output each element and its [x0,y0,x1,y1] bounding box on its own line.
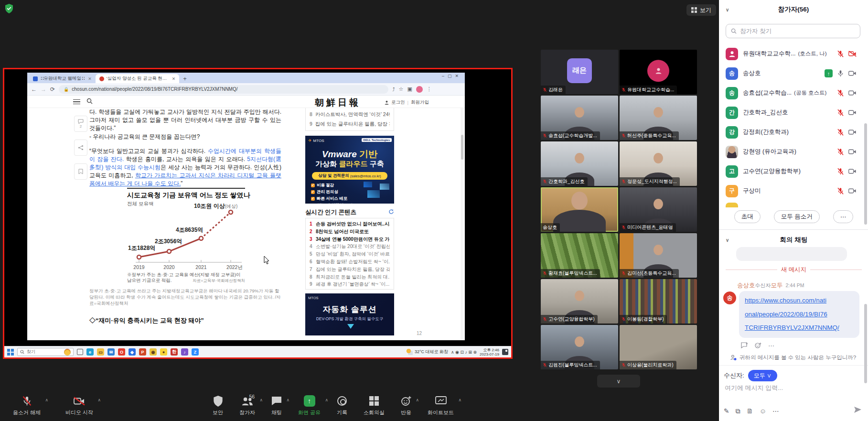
devops-ad-banner[interactable]: MTOS 자동화 솔루션 DEV-OPS 개발 환경 구축의 필수도구 [305,293,394,335]
chevron-up-icon[interactable]: ∧ [325,398,328,402]
browser-tab-article[interactable]: ‘실업자 양성소 된 공교육 현장… ✕ [96,74,180,83]
participant-row[interactable]: 구구상미 [719,181,862,201]
share-button[interactable] [74,140,87,156]
view-button[interactable]: 보기 [686,4,716,16]
participant-row[interactable]: 송송효섭(교수학습...(공동 호스트) [719,83,862,103]
weather-widget[interactable]: 32°C 대체로 화창 [407,349,448,355]
new-tab-button[interactable]: + [183,75,187,83]
recipient-select[interactable]: 모두 ∨ [748,370,777,381]
chevron-up-icon[interactable]: ∧ [259,398,263,402]
chevron-up-icon[interactable]: ∧ [458,398,461,402]
opera-icon[interactable]: O [118,348,125,356]
sidepanel-icon[interactable]: ▣ [407,86,412,92]
emoji-reaction-icon[interactable] [755,342,761,349]
emoji-icon[interactable]: ☺ [760,407,766,415]
chat-input[interactable] [725,384,858,391]
edge-icon[interactable]: e [86,348,94,356]
collapse-videos-button[interactable]: ∨ [597,375,640,388]
back-button[interactable]: ← [31,86,37,93]
window-controls[interactable]: –▢✕ [442,74,462,78]
file-icon[interactable]: 🗎 [747,407,753,415]
ranked-news-item[interactable]: 7집에 있는 글루타치온 필름, 당장 갖... [310,266,390,273]
start-video-button[interactable]: 비디오 시작 ∧ [57,395,101,416]
unmute-button[interactable]: 음소거 해제 ∧ [5,395,49,416]
mic-muted-icon[interactable] [837,168,844,175]
participant-row[interactable]: 강현영 (유아교육과) [719,142,862,162]
video-tile[interactable]: 간호학과_김선호 [541,141,618,186]
browser-window[interactable]: ∷유원대학교 웹메일∷ ✕ ‘실업자 양성소 된 공교육 현장… ✕ + –▢✕… [27,73,465,340]
url-bar[interactable]: 🔒 chosun.com/national/people/2022/08/19/… [59,85,388,94]
invite-button[interactable]: 초대 [734,210,761,223]
mic-muted-icon[interactable] [837,109,844,117]
drive-icon[interactable]: ◆ [129,348,136,356]
message-more-icon[interactable]: ⋯ [768,342,774,349]
chevron-up-icon[interactable]: ∧ [286,398,289,402]
camera-icon[interactable] [848,149,857,155]
video-tile[interactable]: 정문성_도시지적행정... [620,141,697,186]
video-tile[interactable]: 래은김래은 [541,50,618,94]
security-button[interactable]: 보안 [204,395,231,416]
video-tile[interactable]: 미디어콘텐츠_윤태영 [620,187,697,232]
page-scrollbar[interactable] [461,96,464,340]
mic-muted-icon[interactable] [837,50,844,58]
participant-row[interactable]: 강강정희(간호학과) [719,122,862,142]
login-link[interactable]: 로그인 [391,99,405,106]
chat-scrollbar[interactable] [864,304,867,383]
video-tile[interactable]: 송상호 [541,187,618,232]
powerpoint-icon[interactable]: P [139,348,146,356]
reply-icon[interactable] [741,342,748,349]
camera-icon[interactable] [848,90,857,96]
ranked-news-item[interactable]: 5만성 ‘비염’ 환자, 점막에 ‘이것’ 바르... [310,250,390,258]
signup-link[interactable]: 회원가입 [411,99,429,106]
hancom-icon[interactable]: 한 [171,348,178,356]
taskbar-search[interactable]: 찾기 [17,348,74,356]
breakout-rooms-button[interactable]: 소회의실 [355,395,393,416]
ranked-news-item[interactable]: 1손등 검버섯만 없으니 젊어보여..시... [310,220,390,228]
ranked-news-item[interactable]: 8카이스트박사, 면역력엔 ‘이것’ 24년 ... [310,109,390,119]
kakaotalk-icon[interactable]: ● [160,348,167,356]
participants-button[interactable]: 56 참가자 ∧ [231,395,263,416]
ranked-news-item[interactable]: 28천억도 넘어선 미국로또 [310,228,390,236]
mic-muted-icon[interactable] [837,89,844,97]
tab-close-icon[interactable]: ✕ [172,76,176,81]
ranked-news-item[interactable]: 6혈액순환 잘돼! 손발저림도 싹~ ‘이... [310,258,390,266]
chevron-up-icon[interactable]: ∧ [45,398,48,402]
format-icon[interactable]: ✎ [724,407,729,415]
video-tile[interactable]: 김미선(초등특수교육... [620,233,697,278]
video-tile[interactable]: 김원진(블루밍넥스트... [541,325,618,369]
participant-row[interactable]: 고고수연(교양융합학부) [719,162,862,181]
file-explorer-icon[interactable]: ▭ [97,348,104,356]
taskbar-clock[interactable]: 오후 2:462023-07-19 [480,348,499,356]
ranked-news-item[interactable]: 9폐경 후 갱년기 ‘불면증상’ 싹~ ‘이... [310,281,390,288]
video-tile[interactable]: 송효섭(교수학습개발... [541,96,618,140]
share-screen-button[interactable]: ↑ 화면 공유 ∧ [290,395,329,416]
mute-all-button[interactable]: 모두 음소거 [774,210,820,223]
tab-close-icon[interactable]: ✕ [88,76,92,81]
site-search-icon[interactable] [86,98,93,104]
reactions-button[interactable]: 반응 ∧ [393,395,419,416]
participant-row[interactable]: 유원대학교교수학...(호스트, 나) [719,44,862,64]
camera-icon[interactable] [848,109,857,116]
record-button[interactable]: 기록 [329,395,355,416]
task-view-icon[interactable] [77,349,83,355]
camera-icon[interactable] [848,168,857,174]
media-icon[interactable]: ♪ [181,348,188,356]
participant-search-input[interactable]: 참가자 찾기 [726,24,860,38]
menu-icon[interactable] [73,99,80,105]
browser-profile-avatar[interactable] [416,86,423,93]
start-button[interactable] [7,349,14,356]
share-page-icon[interactable]: ⤴ [392,86,395,92]
chrome-icon[interactable]: ◉ [150,348,157,356]
reload-button[interactable]: ⟳ [50,86,55,93]
camera-icon[interactable] [848,129,857,135]
collapse-participants-icon[interactable]: ∨ [726,7,729,12]
video-tile[interactable]: 유원대학교교수학습... [620,50,697,94]
video-tile[interactable]: 이봉림(경찰학부) [620,279,697,324]
screenshot-icon[interactable]: ⧉ [736,407,740,415]
participants-more-button[interactable]: ⋯ [833,210,854,223]
video-tile[interactable]: 고수연(교양융합학부) [541,279,618,324]
chat-privacy-note[interactable]: 귀하의 메시지를 볼 수 있는 사람은 누구입니까? [730,354,864,361]
chat-more-icon[interactable]: ⋯ [772,407,779,415]
ranked-news-item[interactable]: 9집에 있는 글루타치온 필름, 당장 갖... [310,119,390,129]
zoom-icon[interactable]: Z [192,348,199,356]
